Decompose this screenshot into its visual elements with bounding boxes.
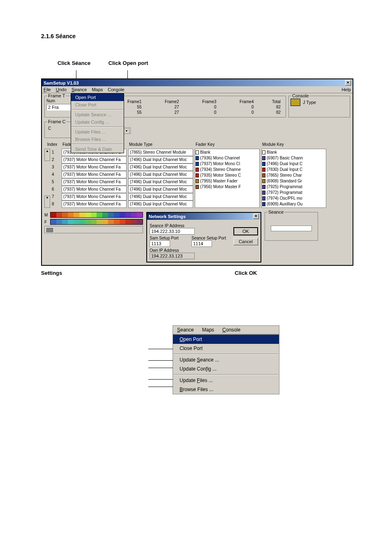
label-click-open-port: Click Open port <box>108 60 148 66</box>
section-heading: 2.1.6 Séance <box>41 33 351 39</box>
mini-tab-maps[interactable]: Maps <box>198 326 218 334</box>
module-header: Module Type <box>128 142 193 149</box>
label-click-seance: Click Séance <box>58 60 90 66</box>
module-cell[interactable]: (7496) Dual Input Channel Moc <box>128 171 193 178</box>
index-column: 1 2 3 4 5 6 7 8 <box>50 149 54 208</box>
sam-port-label: Sam Setup Port <box>150 236 189 240</box>
console-type: J Type <box>303 100 316 105</box>
sam-port-input[interactable]: 1113 <box>150 240 170 247</box>
color-palette: M F <box>44 212 143 233</box>
seance-progress-group: Seance <box>265 212 318 241</box>
menu-help[interactable]: Help <box>341 87 351 92</box>
fader-cell[interactable]: (7937) Motor Mono Channel Fa <box>62 156 127 164</box>
seance-box-legend: Seance <box>267 210 284 214</box>
fader-cell[interactable]: (7937) Motor Mono Channel Fa <box>62 164 127 171</box>
menu-item-update-seance[interactable]: Update Seance ... <box>71 111 124 118</box>
seance-port-input[interactable]: 1114 <box>191 240 212 247</box>
module-cell[interactable]: (7496) Dual Input Channel Moc <box>128 193 193 200</box>
fader-cell[interactable]: (7937) Motor Mono Channel Fa <box>62 171 127 178</box>
menu-file[interactable]: File <box>44 87 51 92</box>
menu-item-update-files[interactable]: Update Files ... <box>71 128 124 136</box>
menu-item-update-config[interactable]: Update Config ... <box>71 118 124 126</box>
menu-undo[interactable]: Undo <box>56 87 67 92</box>
seance-port-label: Seance Setup Port <box>191 236 231 240</box>
network-settings-dialog: Network Settings ✕ Seance IP Address 194… <box>146 212 261 263</box>
palette-f[interactable] <box>50 219 143 225</box>
console-legend: Console <box>291 93 309 98</box>
menu-maps[interactable]: Maps <box>92 87 103 92</box>
module-cell[interactable]: (7496) Dual Input Channel Moc <box>128 178 193 186</box>
dialog-title: Network Settings <box>149 214 186 219</box>
faderkey-header: Fader Key <box>195 142 260 149</box>
cancel-button[interactable]: Cancel <box>233 238 258 245</box>
module-cell[interactable]: (7865) Stereo Channel Module <box>128 149 193 156</box>
scroll-down-icon[interactable]: ▼ <box>44 196 50 208</box>
own-ip-display: 194.222.33.123 <box>150 253 195 259</box>
console-swatch <box>291 99 300 106</box>
menu-seance[interactable]: Seance <box>71 87 87 92</box>
mini-item-update-seance[interactable]: Update Seance ... <box>173 355 279 364</box>
fader-cell[interactable]: (7937) Motor Mono Channel Fa <box>62 193 127 200</box>
mini-dropdown: Open Port Close Port Update Seance ... U… <box>173 334 279 394</box>
seance-ip-label: Seance IP Address <box>150 223 231 228</box>
mini-item-browse-files[interactable]: Browse Files ... <box>173 385 279 394</box>
module-cell[interactable]: (7496) Dual Input Channel Moc <box>128 186 193 193</box>
fader-cell[interactable]: (7937) Motor Mono Channel Fa <box>62 200 127 208</box>
titlebar[interactable]: SamSetup V1.03 ✕ <box>42 79 353 86</box>
palette-slider[interactable] <box>44 226 143 233</box>
console-group: Console J Type <box>288 96 350 117</box>
module-cell[interactable]: (7496) Dual Input Channel Moc <box>128 164 193 171</box>
faderkey-list[interactable]: Blank(7936) Mono Channel(7937) Motor Mon… <box>195 149 260 208</box>
menu-item-send-time[interactable]: Send Time & Date <box>71 145 124 153</box>
own-ip-label: Own IP Address <box>150 248 231 253</box>
window-title: SamSetup V1.03 <box>44 81 79 85</box>
seance-ip-input[interactable]: 194.222.33.10 <box>150 228 195 235</box>
mini-tab-console[interactable]: Console <box>218 326 244 334</box>
mini-tab-seance[interactable]: Seance <box>173 326 198 334</box>
palette-m-label: M <box>44 213 50 217</box>
modulekey-list[interactable]: Blank(6907) Basic Chann(7496) Dual Input… <box>261 149 326 208</box>
mini-item-close-port[interactable]: Close Port <box>173 344 279 353</box>
close-icon[interactable]: ✕ <box>253 214 259 219</box>
label-settings: Settings <box>41 270 62 276</box>
mini-item-update-config[interactable]: Update Config ... <box>173 364 279 373</box>
menu-item-open-port[interactable]: Open Port <box>71 94 124 101</box>
seance-dropdown: Open Port Close Port Update Seance ... U… <box>71 93 124 153</box>
module-cell[interactable]: (7496) Dual Input Channel Moc <box>128 200 193 208</box>
palette-f-label: F <box>44 220 50 224</box>
fader-cell[interactable]: (7937) Motor Mono Channel Fa <box>62 186 127 193</box>
frame-t-legend: Frame T <box>47 93 66 98</box>
menubar: File Undo Seance Maps Console Help <box>42 86 353 93</box>
mini-item-update-files[interactable]: Update Files ... <box>173 376 279 385</box>
scroll-up-icon[interactable]: ▲ <box>44 149 50 161</box>
modulekey-header: Module Key <box>261 142 326 149</box>
ok-button[interactable]: OK <box>233 227 258 235</box>
module-cell[interactable]: (7496) Dual Input Channel Moc <box>128 156 193 164</box>
menu-console[interactable]: Console <box>108 87 124 92</box>
samsetup-window: SamSetup V1.03 ✕ File Undo Seance Maps C… <box>41 78 353 266</box>
label-click-ok: Click OK <box>235 270 257 276</box>
mini-menubar: Seance Maps Console <box>173 325 279 334</box>
frame-c-legend: Frame C <box>47 119 67 124</box>
menu-item-close-port[interactable]: Close Port <box>71 101 124 108</box>
progress-bar <box>271 226 312 231</box>
mini-item-open-port[interactable]: Open Port <box>173 335 279 344</box>
index-header: Index <box>44 142 60 149</box>
menu-item-browse-files[interactable]: Browse Files ... <box>71 136 124 143</box>
close-icon[interactable]: ✕ <box>345 80 351 85</box>
palette-m[interactable] <box>50 212 143 218</box>
fader-cell[interactable]: (7937) Motor Mono Channel Fa <box>62 178 127 186</box>
